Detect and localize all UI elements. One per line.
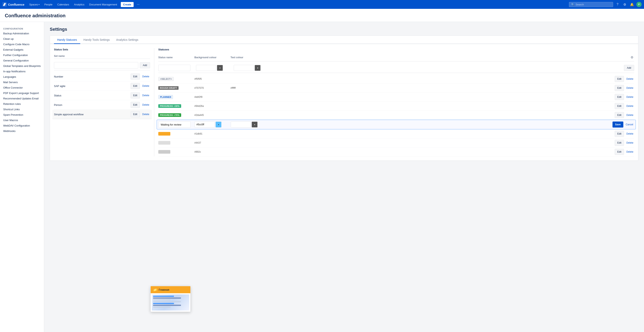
edit-approval-button[interactable]: Edit xyxy=(130,111,140,117)
avatar[interactable]: P xyxy=(636,2,642,7)
delete-number-button[interactable]: Delete xyxy=(142,74,150,79)
tab-handy-statuses[interactable]: Handy Statuses xyxy=(54,36,80,44)
sidebar-item-recommended-updates[interactable]: Recommended Updates Email xyxy=(0,96,44,101)
status-badge-select: <SELECT> xyxy=(158,77,174,81)
add-set-input[interactable] xyxy=(54,62,138,69)
sidebar-item-office-connector[interactable]: Office Connector xyxy=(0,85,44,90)
edit-partial3-button[interactable]: Edit xyxy=(615,149,624,155)
tab-handy-tools[interactable]: Handy Tools Settings xyxy=(80,36,113,44)
nav-document-management[interactable]: Document Management xyxy=(88,2,119,7)
waiting-txt-swatch[interactable]: ▾ xyxy=(252,122,258,128)
sidebar-item-global-templates[interactable]: Global Templates and Blueprints xyxy=(0,63,44,69)
status-bg-value-progress30: #94d26a xyxy=(194,105,204,107)
sidebar-item-pdf-export[interactable]: PDF Export Language Support xyxy=(0,90,44,96)
page-header: Confluence administration xyxy=(0,9,644,22)
status-badge-partial1 xyxy=(158,132,170,136)
sidebar-item-mail-servers[interactable]: Mail Servers xyxy=(0,80,44,85)
sidebar-item-further-config[interactable]: Further Configuration xyxy=(0,53,44,58)
save-waiting-button[interactable]: Save xyxy=(612,122,623,128)
status-column-headers: Status name Background colour Text colou… xyxy=(158,54,634,62)
edit-planned-button[interactable]: Edit xyxy=(615,94,624,100)
status-row-progress30: PROGRESS <30% #94d26a Edit Delete xyxy=(158,102,634,111)
edit-person-button[interactable]: Edit xyxy=(130,102,140,108)
add-set-button[interactable]: Add xyxy=(140,62,150,68)
edit-partial2-button[interactable]: Edit xyxy=(615,140,624,146)
logo[interactable]: Confluence xyxy=(2,2,24,7)
search-icon: 🔍 xyxy=(571,3,574,6)
set-row-status: Status Edit Delete xyxy=(54,91,150,100)
search-box[interactable]: 🔍 xyxy=(569,2,613,7)
search-input[interactable] xyxy=(576,3,611,6)
sidebar-item-user-macros[interactable]: User Macros xyxy=(0,118,44,123)
add-status-row: ▾ ▾ Add xyxy=(158,63,634,73)
waiting-bg-input[interactable] xyxy=(194,122,215,128)
delete-sap-button[interactable]: Delete xyxy=(142,84,150,88)
cancel-waiting-button[interactable]: Cancel xyxy=(625,122,634,127)
settings-icon[interactable]: ⚙ xyxy=(622,2,628,7)
delete-approval-button[interactable]: Delete xyxy=(142,112,150,117)
edit-select-button[interactable]: Edit xyxy=(615,76,624,82)
page-title: Confluence administration xyxy=(5,13,639,19)
gear-header: ⚙ xyxy=(267,55,634,60)
delete-person-button[interactable]: Delete xyxy=(142,102,150,107)
delete-rough-button[interactable]: Delete xyxy=(626,86,634,90)
sidebar-item-webhooks[interactable]: Webhooks xyxy=(0,128,44,134)
delete-partial1-button[interactable]: Delete xyxy=(626,131,634,136)
edit-sap-button[interactable]: Edit xyxy=(130,83,140,89)
more-button[interactable]: ··· xyxy=(135,2,141,7)
tab-analytics[interactable]: Analytics Settings xyxy=(113,36,142,44)
add-status-button[interactable]: Add xyxy=(624,65,634,71)
sidebar-item-spam-prevention[interactable]: Spam Prevention xyxy=(0,112,44,118)
add-bg-color-swatch[interactable]: ▾ xyxy=(217,65,223,71)
nav-people[interactable]: People xyxy=(43,2,54,7)
popup-body xyxy=(151,293,190,312)
waiting-name-input[interactable] xyxy=(158,121,190,128)
popup-title: Главная xyxy=(159,288,169,291)
sidebar-item-external-gadgets[interactable]: External Gadgets xyxy=(0,47,44,53)
delete-status-button[interactable]: Delete xyxy=(142,93,150,98)
sidebar-item-general-config[interactable]: General Configuration xyxy=(0,58,44,63)
sidebar-item-retention-rules[interactable]: Retention rules xyxy=(0,101,44,107)
nav-analytics[interactable]: Analytics xyxy=(72,2,86,7)
sidebar-item-backup-admin[interactable]: Backup Administration xyxy=(0,31,44,36)
delete-progress30-button[interactable]: Delete xyxy=(626,104,634,109)
nav-spaces[interactable]: Spaces ▾ xyxy=(28,2,41,7)
help-icon[interactable]: ? xyxy=(615,2,620,7)
add-txt-color-input[interactable] xyxy=(234,65,254,71)
edit-number-button[interactable]: Edit xyxy=(130,74,140,80)
delete-select-button[interactable]: Delete xyxy=(626,77,634,81)
delete-partial2-button[interactable]: Delete xyxy=(626,140,634,145)
nav-calendars[interactable]: Calendars xyxy=(56,2,71,7)
status-badge-progress70: PROGRESS <70% xyxy=(158,113,181,117)
edit-partial1-button[interactable]: Edit xyxy=(615,131,624,137)
set-row-approval-actions: Edit Delete xyxy=(130,111,150,117)
add-status-name-input[interactable] xyxy=(158,65,190,71)
create-button[interactable]: Create xyxy=(121,2,134,7)
status-badge-partial2 xyxy=(158,141,170,145)
sidebar-item-configure-code-macro[interactable]: Configure Code Macro xyxy=(0,42,44,47)
delete-progress70-button[interactable]: Delete xyxy=(626,113,634,118)
delete-planned-button[interactable]: Delete xyxy=(626,95,634,99)
set-row-number-actions: Edit Delete xyxy=(130,74,150,80)
chevron-down-icon: ▾ xyxy=(220,67,220,69)
sidebar-item-languages[interactable]: Languages xyxy=(0,74,44,80)
edit-progress70-button[interactable]: Edit xyxy=(615,112,624,118)
status-badge-rough-draft: ROUGH DRAFT xyxy=(158,86,178,90)
edit-status-button[interactable]: Edit xyxy=(130,92,140,98)
add-txt-color-swatch[interactable]: ▾ xyxy=(254,65,260,71)
sidebar-item-webdav[interactable]: WebDAV Configuration xyxy=(0,123,44,128)
sidebar-item-shortcut-links[interactable]: Shortcut Links xyxy=(0,107,44,112)
edit-rough-button[interactable]: Edit xyxy=(615,85,624,91)
popup-header: 📁 Главная xyxy=(151,286,190,293)
waiting-txt-input[interactable] xyxy=(231,122,251,128)
delete-partial3-button[interactable]: Delete xyxy=(626,149,634,154)
notifications-icon[interactable]: 🔔 xyxy=(629,2,635,7)
gear-button[interactable]: ⚙ xyxy=(630,55,634,60)
add-bg-color-input[interactable] xyxy=(196,65,216,71)
sidebar-item-clean-up[interactable]: Clean up xyxy=(0,36,44,42)
status-bg-value-progress70: #2da445 xyxy=(194,114,204,117)
waiting-bg-swatch[interactable]: ▾ xyxy=(216,122,222,128)
status-bg-partial3: #892c xyxy=(194,150,201,153)
sidebar-item-in-app-notifications[interactable]: In-app Notifications xyxy=(0,69,44,74)
edit-progress30-button[interactable]: Edit xyxy=(615,103,624,109)
